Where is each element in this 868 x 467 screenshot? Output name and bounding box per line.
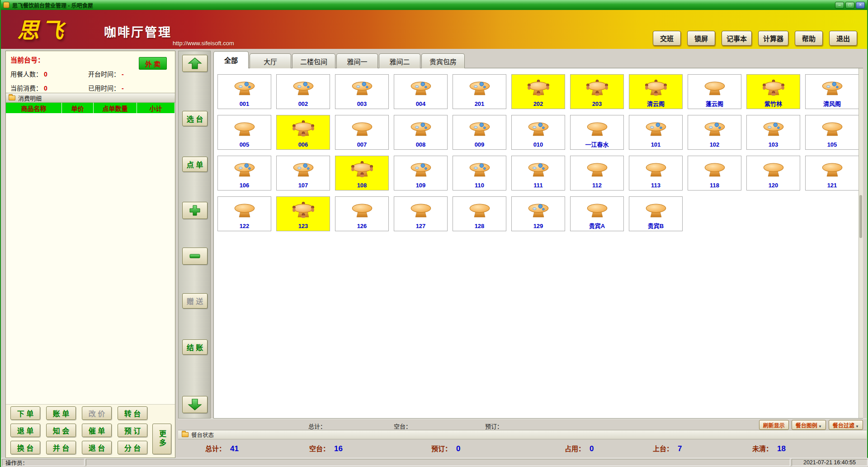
table-cell-111[interactable]: 111 [511, 156, 565, 191]
switch-table-button[interactable]: 换 台 [10, 441, 40, 454]
table-cell-贵宾A[interactable]: 贵宾A [570, 196, 624, 231]
table-cell-005[interactable]: 005 [217, 115, 271, 150]
order-button[interactable]: 点 单 [182, 157, 208, 172]
table-cell-113[interactable]: 113 [629, 156, 683, 191]
summary-label: 预订： [485, 422, 503, 430]
close-button[interactable]: × [856, 2, 865, 9]
table-legend-button[interactable]: 餐台图例 ▼ [792, 420, 826, 430]
table-cell-010[interactable]: 010 [511, 115, 565, 150]
minimize-button[interactable]: – [835, 2, 844, 9]
select-table-button[interactable]: 选 台 [182, 111, 208, 126]
stat-label: 未清： [752, 445, 773, 453]
notify-button[interactable]: 知 会 [46, 424, 76, 437]
table-cell-129[interactable]: 129 [511, 196, 565, 231]
table-cell-101[interactable]: 101 [629, 115, 683, 150]
table-cell-108[interactable]: 108 [335, 156, 389, 191]
window-title: 思飞餐饮前台营业管理 - 乐吧食屋 [12, 1, 93, 9]
window-controls: –□× [835, 2, 865, 9]
table-cell-203[interactable]: 203 [570, 74, 624, 109]
transfer-table-button[interactable]: 转 台 [118, 406, 147, 420]
table-name: 112 [592, 182, 602, 189]
table-cell-清云阁[interactable]: 清云阁 [629, 74, 683, 109]
more-button[interactable]: 更多 [152, 424, 171, 454]
table-cell-118[interactable]: 118 [688, 156, 741, 191]
change-price-button[interactable]: 改 价 [82, 406, 112, 420]
table-cell-007[interactable]: 007 [335, 115, 389, 150]
scroll-down-button[interactable] [182, 396, 208, 413]
table-cell-紫竹林[interactable]: 紫竹林 [746, 74, 800, 109]
tab-all[interactable]: 全部 [213, 51, 249, 68]
table-cell-110[interactable]: 110 [453, 156, 506, 191]
table-cell-蓬云阁[interactable]: 蓬云阁 [688, 74, 741, 109]
table-cell-112[interactable]: 112 [570, 156, 624, 191]
gift-button[interactable]: 赠 送 [182, 293, 208, 309]
urge-order-button[interactable]: 催 单 [82, 424, 112, 437]
place-order-button[interactable]: 下 单 [10, 406, 40, 420]
tab-room-area-2[interactable]: 雅间二 [379, 53, 420, 68]
column-header: 单价 [62, 103, 94, 114]
table-name: 清云阁 [647, 100, 665, 107]
table-cell-清风阁[interactable]: 清风阁 [805, 74, 859, 109]
tab-room-area-1[interactable]: 雅间一 [336, 53, 378, 68]
table-cell-122[interactable]: 122 [217, 196, 271, 231]
table-cell-126[interactable]: 126 [335, 196, 389, 231]
cancel-order-button[interactable]: 退 单 [10, 424, 40, 437]
table-cell-120[interactable]: 120 [746, 156, 800, 191]
shift-change-button[interactable]: 交班 [653, 31, 681, 46]
table-cell-一江春水[interactable]: 一江春水 [570, 115, 624, 150]
remove-item-button[interactable] [182, 248, 208, 265]
tab-floor2-rooms[interactable]: 二楼包间 [292, 53, 335, 68]
table-name: 203 [592, 100, 602, 107]
table-cell-002[interactable]: 002 [276, 74, 330, 109]
table-icon [233, 156, 256, 182]
area-tabs: 全部大厅二楼包间雅间一雅间二贵宾包房 [213, 51, 466, 68]
table-cell-121[interactable]: 121 [805, 156, 859, 191]
lock-screen-button[interactable]: 锁屏 [687, 31, 715, 46]
calculator-button[interactable]: 计算器 [758, 31, 788, 46]
table-cell-003[interactable]: 003 [335, 74, 389, 109]
table-cell-107[interactable]: 107 [276, 156, 330, 191]
table-cell-123[interactable]: 123 [276, 196, 330, 231]
close-table-button[interactable]: 退 台 [82, 441, 112, 454]
table-cell-128[interactable]: 128 [453, 196, 506, 231]
table-cell-201[interactable]: 201 [453, 74, 506, 109]
table-cell-009[interactable]: 009 [453, 115, 506, 150]
table-cell-109[interactable]: 109 [394, 156, 448, 191]
notepad-button[interactable]: 记事本 [722, 31, 752, 46]
table-cell-006[interactable]: 006 [276, 115, 330, 150]
exit-button[interactable]: 退出 [829, 31, 857, 46]
maximize-button[interactable]: □ [845, 2, 854, 9]
checkout-button[interactable]: 结 账 [182, 339, 208, 355]
table-name: 蓬云阁 [706, 100, 723, 107]
grid-scrollbar[interactable] [859, 68, 863, 418]
scrollbar-thumb[interactable] [859, 195, 862, 238]
table-name: 004 [416, 100, 426, 107]
table-cell-103[interactable]: 103 [746, 115, 800, 150]
table-filter-button[interactable]: 餐台过滤 ▼ [829, 420, 863, 430]
tab-hall[interactable]: 大厅 [250, 53, 291, 68]
table-cell-008[interactable]: 008 [394, 115, 448, 150]
table-cell-004[interactable]: 004 [394, 74, 448, 109]
table-cell-202[interactable]: 202 [511, 74, 565, 109]
table-cell-贵宾B[interactable]: 贵宾B [629, 196, 683, 231]
table-icon [468, 115, 491, 141]
bill-button[interactable]: 账 单 [46, 406, 76, 420]
stat-value: 41 [230, 444, 239, 453]
takeout-button[interactable]: 外 卖 [139, 57, 167, 70]
split-table-button[interactable]: 分 台 [118, 441, 147, 454]
stat-seated: 上台：7 [653, 443, 682, 453]
add-item-button[interactable] [182, 202, 208, 219]
open-time-field: 开台时间：- [88, 69, 166, 78]
tab-vip-rooms[interactable]: 贵宾包房 [421, 53, 465, 68]
table-cell-127[interactable]: 127 [394, 196, 448, 231]
scroll-up-button[interactable] [182, 55, 208, 72]
table-cell-001[interactable]: 001 [217, 74, 271, 109]
table-cell-106[interactable]: 106 [217, 156, 271, 191]
refresh-display-button[interactable]: 刷新显示 [759, 420, 789, 430]
table-cell-105[interactable]: 105 [805, 115, 859, 150]
help-button[interactable]: 帮助 [795, 31, 823, 46]
table-cell-102[interactable]: 102 [688, 115, 741, 150]
reserve-button[interactable]: 预 订 [118, 424, 147, 437]
merge-table-button[interactable]: 并 台 [46, 441, 76, 454]
table-icon [762, 115, 785, 141]
